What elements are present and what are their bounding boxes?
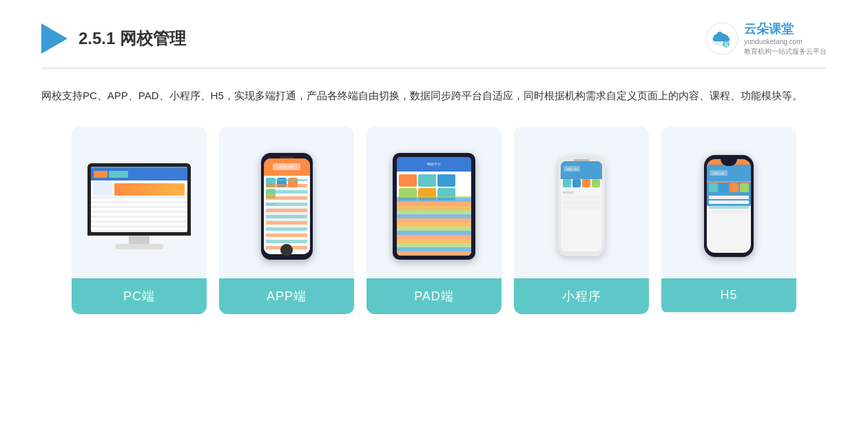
description-text: 网校支持PC、APP、PAD、小程序、H5，实现多端打通，产品各终端自由切换，数… <box>41 85 827 106</box>
card-miniprogram: 招进人的 课程推荐 <box>514 127 649 314</box>
phone-outer-app: 招进人的 课程列表 <box>261 153 313 260</box>
brand-logo: 云 云朵课堂 yunduoketang.com 教育机构一站式服务云平台 <box>705 21 827 56</box>
card-h5: 招进人的 <box>661 127 796 314</box>
card-pc-image <box>72 127 207 278</box>
device-phone-mini: 招进人的 课程推荐 <box>558 156 605 256</box>
card-miniprogram-image: 招进人的 课程推荐 <box>514 127 649 278</box>
brand-name: 云朵课堂 <box>744 21 827 37</box>
device-phone-h5: 招进人的 <box>704 155 754 257</box>
cloud-logo-icon: 云 <box>705 22 738 55</box>
card-h5-image: 招进人的 <box>661 127 796 278</box>
phone-screen-notch: 招进人的 <box>707 159 751 253</box>
pc-base <box>115 244 163 249</box>
card-pc: PC端 <box>72 127 207 314</box>
title-bold: 网校管理 <box>120 29 186 48</box>
phone-notch <box>721 155 737 166</box>
tablet-screen: 网校平台 <box>397 157 471 256</box>
card-app-image: 招进人的 课程列表 <box>219 127 354 278</box>
card-app-label: APP端 <box>219 278 354 314</box>
header-left: 2.5.1 网校管理 <box>41 23 186 54</box>
page-title: 2.5.1 网校管理 <box>79 28 186 50</box>
phone-screen-app: 招进人的 课程列表 <box>264 158 310 254</box>
device-tablet: 网校平台 <box>393 153 475 260</box>
brand-text-block: 云朵课堂 yunduoketang.com 教育机构一站式服务云平台 <box>744 21 827 56</box>
logo-triangle-icon <box>41 23 68 54</box>
card-pad-label: PAD端 <box>366 278 502 314</box>
header-right: 云 云朵课堂 yunduoketang.com 教育机构一站式服务云平台 <box>705 21 827 56</box>
svg-text:云: 云 <box>724 42 729 47</box>
device-phone-app: 招进人的 课程列表 <box>261 153 313 260</box>
page-header: 2.5.1 网校管理 云 云朵课堂 yunduoketang.com 教育机构一… <box>41 21 827 69</box>
cards-container: PC端 招进人的 <box>41 127 827 314</box>
card-h5-label: H5 <box>661 278 796 312</box>
pc-stand <box>129 236 149 244</box>
description-content: 网校支持PC、APP、PAD、小程序、H5，实现多端打通，产品各终端自由切换，数… <box>41 90 803 101</box>
phone-screen-mini: 招进人的 课程推荐 <box>561 161 602 251</box>
pc-screen-outer <box>87 163 191 236</box>
brand-url: yunduoketang.com 教育机构一站式服务云平台 <box>744 37 827 56</box>
card-app: 招进人的 课程列表 <box>219 127 354 314</box>
card-pad: 网校平台 <box>366 127 502 314</box>
phone-outer-notch: 招进人的 <box>704 155 754 257</box>
pc-screen-content <box>91 167 187 232</box>
card-miniprogram-label: 小程序 <box>514 278 649 314</box>
card-pad-image: 网校平台 <box>366 127 502 278</box>
page: 2.5.1 网校管理 云 云朵课堂 yunduoketang.com 教育机构一… <box>0 0 868 434</box>
tablet-screen-inner: 网校平台 <box>397 157 471 256</box>
device-pc <box>87 163 191 249</box>
card-pc-label: PC端 <box>72 278 207 314</box>
screen-decoration-app: 招进人的 课程列表 <box>264 158 310 254</box>
phone-outer-mini: 招进人的 课程推荐 <box>558 156 605 256</box>
tablet-outer: 网校平台 <box>393 153 475 260</box>
title-prefix: 2.5.1 <box>79 29 120 48</box>
pc-screen-inner <box>91 167 187 232</box>
